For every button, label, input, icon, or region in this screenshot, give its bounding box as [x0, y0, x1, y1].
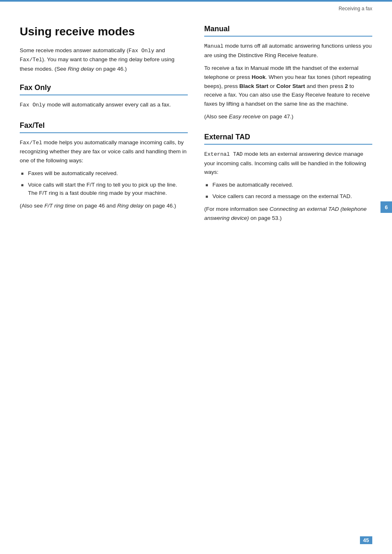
fax-only-code: Fax Only: [20, 102, 45, 108]
fax-only-section: Fax Only Fax Only mode will automaticall…: [20, 83, 188, 110]
page-header: Receiving a fax: [339, 6, 372, 12]
page-content: Using receive modes Some receive modes a…: [0, 0, 392, 251]
two-bold: 2: [345, 83, 348, 89]
inline-code-faxtel: Fax/Tel: [20, 57, 42, 63]
page-number-box: 45: [360, 536, 372, 544]
manual-code: Manual: [204, 43, 224, 49]
intro-paragraph: Some receive modes answer automatically …: [20, 46, 188, 74]
section-label: Receiving a fax: [339, 6, 372, 12]
easy-receive-link: Easy receive: [229, 113, 261, 120]
fax-only-title: Fax Only: [20, 83, 188, 95]
top-border: [0, 0, 392, 2]
right-column: Manual Manual mode turns off all automat…: [204, 25, 372, 234]
inline-code-faxonly: Fax Only: [129, 48, 154, 54]
page-number-bottom: 45: [360, 536, 372, 544]
external-tad-code: External TAD: [204, 151, 243, 157]
main-title: Using receive modes: [20, 25, 188, 39]
ft-ring-time-link: F/T ring time: [44, 203, 76, 209]
bullet-item: Voice calls will start the F/T ring to t…: [20, 181, 188, 198]
hook-bold: Hook: [252, 74, 266, 80]
fax-only-body: Fax Only mode will automatically answer …: [20, 100, 188, 110]
fax-tel-body: Fax/Tel mode helps you automatically man…: [20, 138, 188, 210]
fax-tel-bullets: Faxes will be automatically received. Vo…: [20, 169, 188, 198]
bullet-item-faxes: Faxes be automatically received.: [204, 181, 372, 189]
chapter-number-tab: 6: [380, 201, 392, 213]
left-column: Using receive modes Some receive modes a…: [20, 25, 188, 234]
faxtel-code: Fax/Tel: [20, 140, 42, 146]
external-tad-section: External TAD External TAD mode lets an e…: [204, 133, 372, 223]
black-start-bold: Black Start: [240, 83, 269, 89]
color-start-bold: Color Start: [277, 83, 305, 89]
bullet-item: Faxes will be automatically received.: [20, 169, 188, 178]
external-tad-bullets: Faxes be automatically received. Voice c…: [204, 181, 372, 201]
chapter-number: 6: [385, 204, 387, 210]
manual-body: Manual mode turns off all automatic answ…: [204, 42, 372, 121]
bullet-item-voice: Voice callers can record a message on th…: [204, 192, 372, 201]
manual-title: Manual: [204, 25, 372, 37]
fax-tel-title: Fax/Tel: [20, 121, 188, 133]
manual-section: Manual Manual mode turns off all automat…: [204, 25, 372, 121]
external-tad-title: External TAD: [204, 133, 372, 145]
ring-delay-link2: Ring delay: [117, 203, 143, 209]
ring-delay-link: Ring delay: [68, 66, 94, 72]
connecting-tad-link: Connecting an external TAD (telephone an…: [204, 206, 367, 221]
fax-tel-section: Fax/Tel Fax/Tel mode helps you automatic…: [20, 121, 188, 210]
external-tad-body: External TAD mode lets an external answe…: [204, 150, 372, 223]
